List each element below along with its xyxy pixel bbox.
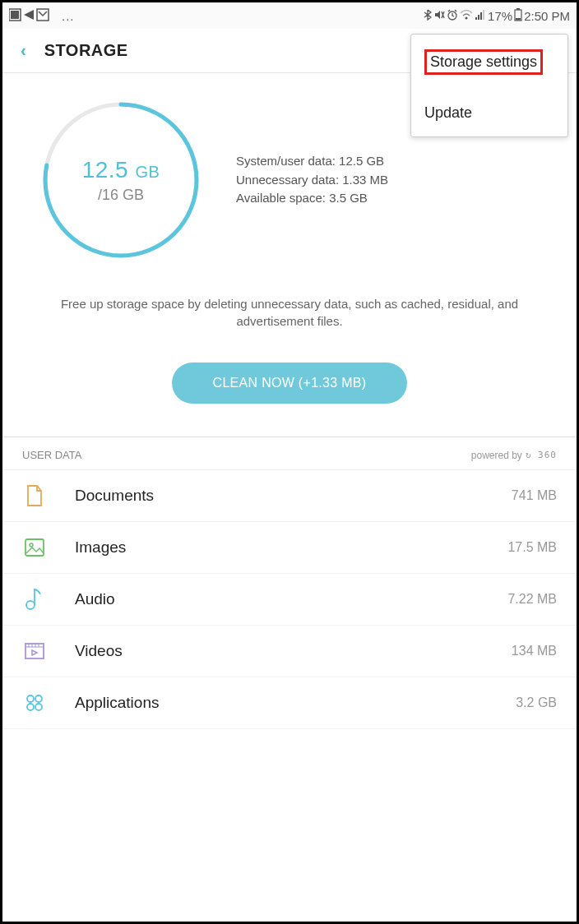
menu-storage-settings[interactable]: Storage settings [411, 35, 567, 90]
svg-point-13 [27, 695, 34, 702]
svg-rect-5 [516, 8, 520, 10]
powered-by: powered by ↻ 360 [471, 450, 557, 461]
storage-stats: System/user data: 12.5 GB Unnecessary da… [236, 152, 388, 208]
list-label: Applications [75, 694, 516, 712]
list-size: 7.22 MB [507, 592, 557, 607]
used-storage-value: 12.5 GB [82, 157, 160, 183]
notification-icons [9, 8, 58, 24]
bluetooth-icon [424, 9, 432, 23]
applications-icon [22, 691, 47, 715]
stat-system-user: System/user data: 12.5 GB [236, 152, 388, 171]
powered-prefix: powered by [471, 450, 522, 461]
more-notifications-icon: ... [62, 9, 75, 23]
page-title: STORAGE [44, 41, 128, 60]
clean-now-button[interactable]: CLEAN NOW (+1.33 MB) [172, 363, 408, 404]
overflow-menu: Storage settings Update [410, 34, 568, 137]
svg-rect-6 [516, 18, 521, 21]
used-value: 12.5 [82, 157, 129, 182]
gauge-center: 12.5 GB /16 GB [82, 157, 160, 204]
status-right-icons: 17% 2:50 PM [424, 8, 570, 24]
list-item-documents[interactable]: Documents 741 MB [2, 470, 577, 522]
battery-icon [514, 8, 522, 24]
svg-point-3 [466, 16, 468, 19]
image-icon [22, 535, 47, 560]
audio-icon [22, 587, 47, 612]
list-item-applications[interactable]: Applications 3.2 GB [2, 677, 577, 729]
list-label: Audio [75, 590, 507, 608]
list-size: 741 MB [512, 488, 557, 503]
section-title: USER DATA [22, 449, 81, 461]
menu-update-label: Update [424, 104, 472, 121]
list-item-videos[interactable]: Videos 134 MB [2, 626, 577, 677]
user-data-header: USER DATA powered by ↻ 360 [2, 437, 577, 470]
list-label: Images [75, 538, 507, 557]
stat-available: Available space: 3.5 GB [236, 189, 388, 208]
menu-update[interactable]: Update [411, 90, 567, 136]
alarm-icon [447, 9, 458, 23]
used-unit: GB [135, 163, 160, 181]
svg-point-14 [35, 695, 42, 702]
svg-rect-9 [25, 539, 44, 556]
total-storage: /16 GB [82, 187, 160, 204]
svg-point-16 [35, 704, 42, 710]
list-item-images[interactable]: Images 17.5 MB [2, 522, 577, 574]
back-icon[interactable]: ‹ [21, 41, 26, 60]
mute-icon [433, 9, 445, 23]
list-size: 17.5 MB [507, 540, 557, 555]
cleanup-description: Free up storage space by deleting unnece… [47, 295, 532, 330]
list-item-audio[interactable]: Audio 7.22 MB [2, 574, 577, 626]
powered-brand-icon: ↻ 360 [526, 450, 557, 460]
storage-gauge: 12.5 GB /16 GB [39, 98, 203, 262]
status-bar: ... 17% 2:50 PM [2, 2, 577, 29]
signal-icon [475, 9, 486, 23]
status-left-icons: ... [9, 8, 75, 24]
list-size: 134 MB [512, 644, 557, 658]
wifi-icon [460, 9, 473, 23]
list-label: Documents [75, 487, 512, 505]
svg-point-15 [27, 704, 34, 710]
battery-percent: 17% [488, 9, 512, 23]
menu-storage-settings-label: Storage settings [424, 49, 543, 75]
svg-point-10 [30, 543, 33, 547]
svg-point-11 [26, 601, 35, 609]
stat-unnecessary: Unnecessary data: 1.33 MB [236, 171, 388, 190]
list-size: 3.2 GB [516, 695, 557, 710]
video-icon [22, 639, 47, 663]
clock-time: 2:50 PM [524, 9, 570, 23]
list-label: Videos [75, 642, 512, 660]
document-icon [22, 483, 47, 508]
